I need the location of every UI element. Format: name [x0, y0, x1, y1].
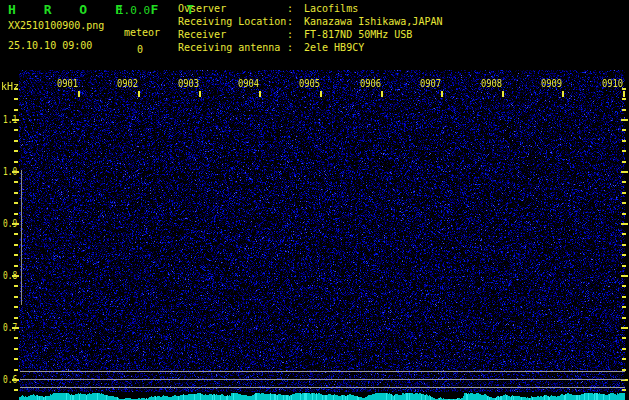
- freq-tick-mark-left: [14, 213, 18, 215]
- freq-tick-mark-right: [622, 98, 626, 100]
- freq-tick-mark-left: [14, 317, 18, 319]
- info-label: Receiving antenna: [178, 41, 287, 54]
- freq-tick-mark-right: [621, 119, 628, 121]
- freq-tick-mark-right: [622, 202, 626, 204]
- freq-tick-mark-left: [14, 140, 18, 142]
- time-tick-mark: [562, 91, 564, 97]
- freq-tick-mark-right: [622, 317, 626, 319]
- freq-tick-mark-left: [14, 285, 18, 287]
- freq-tick-mark-right: [622, 161, 626, 163]
- reference-line-upper: [20, 371, 625, 372]
- freq-tick-mark-left: [14, 358, 18, 360]
- freq-tick-mark-left: [12, 171, 19, 173]
- freq-tick-mark-right: [621, 223, 628, 225]
- station-info-row-antenna: Receiving antenna:2ele HB9CY: [178, 41, 442, 54]
- freq-tick-mark-left: [14, 244, 18, 246]
- reference-line-lower: [20, 387, 625, 388]
- hrofft-screen: H R O F F T 1.0.0 XX2510100900.png meteo…: [0, 0, 629, 400]
- time-tick-label: 0908: [481, 78, 502, 89]
- freq-tick-mark-right: [622, 140, 626, 142]
- time-tick-mark: [78, 91, 80, 97]
- freq-tick-mark-left: [14, 109, 18, 111]
- info-colon: :: [287, 15, 304, 28]
- time-tick-label: 0904: [238, 78, 259, 89]
- station-info-row-observer: Ovserver:Lacofilms: [178, 2, 442, 15]
- time-tick-mark: [441, 91, 443, 97]
- freq-tick-mark-left: [14, 348, 18, 350]
- info-colon: :: [287, 41, 304, 54]
- info-value: Kanazawa Ishikawa,JAPAN: [304, 15, 442, 28]
- freq-tick-mark-right: [622, 389, 626, 391]
- freq-tick-mark-right: [622, 337, 626, 339]
- freq-tick-mark-left: [14, 296, 18, 298]
- freq-tick-mark-right: [622, 129, 626, 131]
- time-tick-mark: [259, 91, 261, 97]
- time-tick-mark: [320, 91, 322, 97]
- freq-unit-label: kHz: [1, 81, 19, 92]
- time-tick-label: 0905: [299, 78, 320, 89]
- output-filename: XX2510100900.png: [8, 20, 104, 31]
- freq-tick-mark-right: [622, 285, 626, 287]
- info-label: Ovserver: [178, 2, 287, 15]
- freq-tick-mark-right: [622, 296, 626, 298]
- freq-tick-mark-left: [14, 254, 18, 256]
- time-tick-label: 0901: [56, 78, 77, 89]
- time-tick-label: 0906: [359, 78, 380, 89]
- info-label: Receiving Location: [178, 15, 287, 28]
- time-tick-mark: [199, 91, 201, 97]
- freq-tick-mark-left: [14, 265, 18, 267]
- freq-tick-mark-right: [622, 265, 626, 267]
- freq-tick-mark-right: [622, 233, 626, 235]
- freq-tick-mark-left: [12, 119, 19, 121]
- time-tick-label: 0903: [178, 78, 199, 89]
- freq-tick-mark-left: [14, 88, 18, 90]
- observation-mode-label: meteor: [124, 27, 160, 38]
- freq-tick-mark-left: [14, 337, 18, 339]
- info-label: Receiver: [178, 28, 287, 41]
- app-version: 1.0.0: [117, 4, 150, 17]
- datetime-label: 25.10.10 09:00: [8, 40, 92, 51]
- freq-tick-mark-left: [14, 129, 18, 131]
- freq-tick-mark-right: [621, 171, 628, 173]
- freq-tick-mark-left: [14, 98, 18, 100]
- time-tick-label: 0902: [117, 78, 138, 89]
- info-colon: :: [287, 28, 304, 41]
- time-tick-label: 0910: [602, 78, 623, 89]
- freq-tick-mark-left: [14, 389, 18, 391]
- freq-tick-mark-right: [622, 213, 626, 215]
- freq-tick-mark-left: [14, 233, 18, 235]
- freq-tick-mark-right: [622, 348, 626, 350]
- freq-tick-mark-left: [12, 275, 19, 277]
- freq-tick-mark-right: [622, 109, 626, 111]
- noise-level-strip: [19, 392, 625, 400]
- freq-tick-mark-right: [621, 327, 628, 329]
- time-tick-mark: [623, 91, 625, 97]
- freq-tick-mark-right: [622, 244, 626, 246]
- freq-tick-mark-left: [14, 202, 18, 204]
- freq-tick-mark-left: [14, 369, 18, 371]
- info-value: 2ele HB9CY: [304, 41, 364, 54]
- station-info-row-location: Receiving Location:Kanazawa Ishikawa,JAP…: [178, 15, 442, 28]
- freq-tick-mark-right: [622, 192, 626, 194]
- reference-line-center: [20, 379, 625, 380]
- freq-tick-mark-left: [14, 306, 18, 308]
- time-tick-mark: [381, 91, 383, 97]
- freq-tick-mark-right: [622, 358, 626, 360]
- freq-tick-mark-left: [14, 192, 18, 194]
- freq-tick-mark-left: [12, 327, 19, 329]
- freq-tick-mark-right: [622, 181, 626, 183]
- info-colon: :: [287, 2, 304, 15]
- freq-tick-mark-left: [14, 161, 18, 163]
- spectrogram-canvas: [19, 70, 625, 392]
- freq-tick-mark-right: [622, 254, 626, 256]
- station-info: Ovserver:Lacofilms Receiving Location:Ka…: [178, 2, 442, 54]
- info-value: Lacofilms: [304, 2, 358, 15]
- freq-tick-mark-right: [621, 275, 628, 277]
- freq-tick-mark-right: [622, 88, 626, 90]
- freq-tick-mark-left: [14, 150, 18, 152]
- freq-tick-mark-left: [14, 181, 18, 183]
- freq-tick-mark-left: [12, 223, 19, 225]
- meteor-count-value: 0: [137, 44, 143, 55]
- freq-tick-mark-right: [622, 306, 626, 308]
- time-tick-mark: [502, 91, 504, 97]
